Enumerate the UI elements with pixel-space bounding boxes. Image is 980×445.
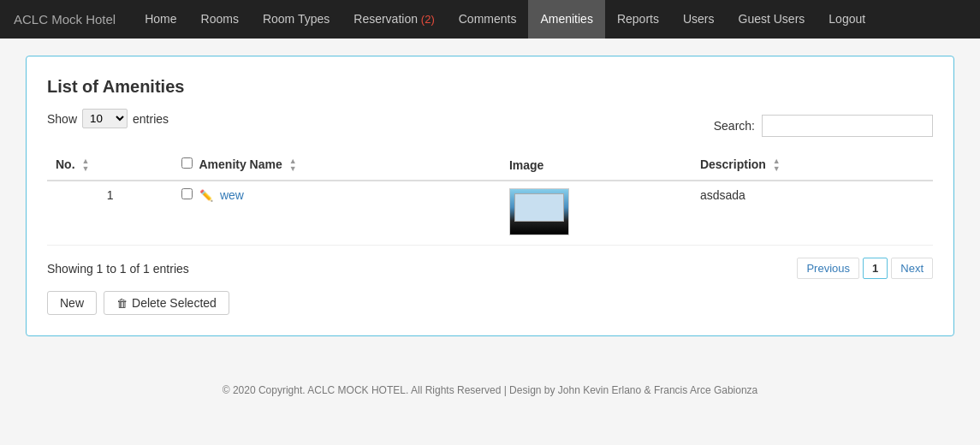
new-button[interactable]: New xyxy=(47,291,97,315)
nav-guest-users[interactable]: Guest Users xyxy=(727,0,817,39)
nav-room-types[interactable]: Room Types xyxy=(251,0,342,39)
nav-comments[interactable]: Comments xyxy=(447,0,529,39)
sort-desc-icon: ▲▼ xyxy=(773,157,781,173)
thumb-inner xyxy=(514,193,564,222)
amenity-link[interactable]: wew xyxy=(220,188,244,202)
nav-rooms[interactable]: Rooms xyxy=(189,0,251,39)
page-1-button[interactable]: 1 xyxy=(863,258,888,279)
edit-icon[interactable]: ✏️ xyxy=(199,189,213,202)
col-no: No. ▲▼ xyxy=(47,151,173,181)
nav-logout[interactable]: Logout xyxy=(817,0,877,39)
col-amenity-name: Amenity Name ▲▼ xyxy=(173,151,501,181)
amenities-table: No. ▲▼ Amenity Name ▲▼ Image Description… xyxy=(47,151,933,246)
page-content: List of Amenities Show 10 25 50 100 entr… xyxy=(0,39,980,371)
show-entries-control: Show 10 25 50 100 entries xyxy=(47,109,169,128)
search-box: Search: xyxy=(714,115,933,137)
entries-label: entries xyxy=(133,112,169,126)
sort-no-icon: ▲▼ xyxy=(81,157,89,173)
amenity-thumbnail xyxy=(509,188,569,235)
search-input[interactable] xyxy=(762,115,933,137)
table-header-row: No. ▲▼ Amenity Name ▲▼ Image Description… xyxy=(47,151,933,181)
pagination: Previous 1 Next xyxy=(797,258,933,279)
nav-reservation[interactable]: Reservation (2) xyxy=(342,0,446,39)
page-footer: © 2020 Copyright. ACLC MOCK HOTEL. All R… xyxy=(0,371,980,405)
delete-label: Delete Selected xyxy=(132,296,217,310)
cell-image xyxy=(501,181,692,246)
search-label: Search: xyxy=(714,119,755,133)
select-all-checkbox[interactable] xyxy=(181,157,193,169)
nav-reports[interactable]: Reports xyxy=(605,0,671,39)
row-checkbox[interactable] xyxy=(181,188,193,199)
action-buttons: New 🗑 Delete Selected xyxy=(47,291,933,315)
col-description: Description ▲▼ xyxy=(692,151,933,181)
nav-users[interactable]: Users xyxy=(671,0,727,39)
show-label: Show xyxy=(47,112,77,126)
page-title: List of Amenities xyxy=(47,77,933,97)
nav-home[interactable]: Home xyxy=(133,0,188,39)
table-row: 1 ✏️ wew asdsada xyxy=(47,181,933,246)
showing-text: Showing 1 to 1 of 1 entries xyxy=(47,262,189,276)
previous-button[interactable]: Previous xyxy=(797,258,859,279)
nav-amenities[interactable]: Amenities xyxy=(528,0,604,39)
delete-selected-button[interactable]: 🗑 Delete Selected xyxy=(104,291,229,315)
brand: ACLC Mock Hotel xyxy=(14,12,116,27)
reservation-badge: (2) xyxy=(421,13,435,26)
entries-select[interactable]: 10 25 50 100 xyxy=(82,109,128,128)
navbar: ACLC Mock Hotel Home Rooms Room Types Re… xyxy=(0,0,980,39)
col-amenity-name-label: Amenity Name xyxy=(199,157,282,171)
cell-amenity-name: ✏️ wew xyxy=(173,181,501,246)
nav-links: Home Rooms Room Types Reservation (2) Co… xyxy=(133,0,877,39)
cell-description: asdsada xyxy=(692,181,933,246)
table-footer: Showing 1 to 1 of 1 entries Previous 1 N… xyxy=(47,258,933,279)
trash-icon: 🗑 xyxy=(116,297,128,310)
footer-text: © 2020 Copyright. ACLC MOCK HOTEL. All R… xyxy=(223,384,758,396)
next-button[interactable]: Next xyxy=(891,258,933,279)
cell-no: 1 xyxy=(47,181,173,246)
amenities-card: List of Amenities Show 10 25 50 100 entr… xyxy=(26,56,954,336)
sort-amenity-icon: ▲▼ xyxy=(289,157,297,173)
col-image: Image xyxy=(501,151,692,181)
